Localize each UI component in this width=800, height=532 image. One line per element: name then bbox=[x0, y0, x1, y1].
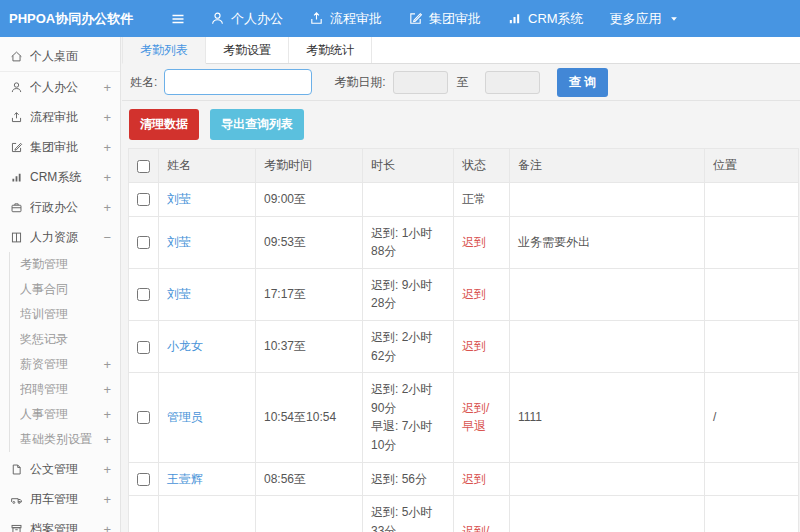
duration-text: 迟到: 56分 bbox=[363, 462, 454, 496]
nav-personal-office[interactable]: 个人办公 bbox=[210, 10, 283, 28]
sidebar-item-document-management[interactable]: 公文管理 + bbox=[0, 454, 120, 484]
nav-workflow-approval[interactable]: 流程审批 bbox=[309, 10, 382, 28]
select-all-checkbox[interactable] bbox=[137, 160, 150, 173]
date-from-input[interactable] bbox=[393, 71, 448, 94]
employee-name-link[interactable]: 刘莹 bbox=[167, 287, 191, 301]
employee-name-link[interactable]: 刘莹 bbox=[167, 235, 191, 249]
duration-text: 迟到: 5小时33分 早退: 4小时67分 bbox=[363, 496, 454, 532]
nav-group-approval[interactable]: 集团审批 bbox=[408, 10, 481, 28]
header-location: 位置 bbox=[705, 149, 799, 183]
row-checkbox[interactable] bbox=[137, 341, 150, 354]
person-icon bbox=[10, 81, 23, 94]
expand-toggle-icon[interactable]: + bbox=[101, 407, 111, 422]
app-logo[interactable]: PHPOA协同办公软件 bbox=[0, 10, 122, 28]
sidebar-submenu: 考勤管理 人事合同 培训管理 奖惩记录 薪资管理 + 招聘管理 + 人事管理 +… bbox=[9, 252, 120, 452]
expand-toggle-icon[interactable]: + bbox=[101, 170, 111, 185]
date-label: 考勤日期: bbox=[334, 74, 385, 91]
expand-toggle-icon[interactable]: + bbox=[101, 492, 111, 507]
remark-text: 1111 bbox=[510, 373, 705, 462]
employee-name-link[interactable]: 管理员 bbox=[167, 410, 203, 424]
status-text: 正常 bbox=[462, 192, 486, 206]
expand-toggle-icon[interactable]: + bbox=[101, 382, 111, 397]
sidebar-item-personal-desktop[interactable]: 个人桌面 bbox=[0, 42, 120, 72]
sidebar-item-vehicle-management[interactable]: 用车管理 + bbox=[0, 484, 120, 514]
expand-toggle-icon[interactable]: + bbox=[101, 140, 111, 155]
employee-name-link[interactable]: 小龙女 bbox=[167, 339, 203, 353]
sidebar: 个人桌面 个人办公 + 流程审批 + 集团审批 + CRM系统 + 行政办公 +… bbox=[0, 37, 121, 532]
employee-name-link[interactable]: 刘莹 bbox=[167, 192, 191, 206]
remark-text bbox=[510, 462, 705, 496]
book-icon bbox=[10, 231, 23, 244]
caret-down-icon bbox=[668, 13, 680, 25]
expand-toggle-icon[interactable]: + bbox=[101, 522, 111, 532]
clear-data-button[interactable]: 清理数据 bbox=[129, 109, 199, 140]
header-time: 考勤时间 bbox=[256, 149, 363, 183]
tab-attendance-settings[interactable]: 考勤设置 bbox=[206, 37, 289, 63]
sidebar-subitem-salary-management[interactable]: 薪资管理 + bbox=[10, 352, 120, 377]
sidebar-subitem-attendance-management[interactable]: 考勤管理 bbox=[10, 252, 120, 277]
name-input[interactable] bbox=[164, 69, 312, 95]
attendance-time: 08:56至 bbox=[256, 462, 363, 496]
sidebar-item-archive-management[interactable]: 档案管理 + bbox=[0, 514, 120, 532]
location-text bbox=[705, 462, 799, 496]
sidebar-subitem-basic-category-settings[interactable]: 基础类别设置 + bbox=[10, 427, 120, 452]
table-row: 刘莹 17:17至 迟到: 9小时28分 迟到 bbox=[129, 268, 799, 320]
chart-icon bbox=[507, 11, 522, 26]
share-icon bbox=[10, 111, 23, 124]
status-text: 迟到 bbox=[462, 235, 486, 249]
status-text: 迟到 bbox=[462, 287, 486, 301]
sidebar-item-admin-office[interactable]: 行政办公 + bbox=[0, 192, 120, 222]
status-text: 迟到/早退 bbox=[462, 401, 489, 434]
row-checkbox[interactable] bbox=[137, 473, 150, 486]
export-list-button[interactable]: 导出查询列表 bbox=[210, 109, 304, 140]
expand-toggle-icon[interactable]: + bbox=[101, 110, 111, 125]
main-content: 考勤列表 考勤设置 考勤统计 姓名: 考勤日期: 至 查 询 清理数据 导出查询… bbox=[122, 37, 800, 532]
expand-toggle-icon[interactable]: + bbox=[101, 462, 111, 477]
date-to-input[interactable] bbox=[485, 71, 540, 94]
row-checkbox[interactable] bbox=[137, 236, 150, 249]
sidebar-subitem-training-management[interactable]: 培训管理 bbox=[10, 302, 120, 327]
filter-bar: 姓名: 考勤日期: 至 查 询 bbox=[122, 64, 800, 101]
header-name: 姓名 bbox=[159, 149, 256, 183]
attendance-time: 09:53至 bbox=[256, 216, 363, 268]
tab-attendance-list[interactable]: 考勤列表 bbox=[122, 37, 206, 64]
search-button[interactable]: 查 询 bbox=[557, 68, 608, 97]
row-checkbox[interactable] bbox=[137, 193, 150, 206]
sidebar-item-personal-office[interactable]: 个人办公 + bbox=[0, 72, 120, 102]
employee-name-link[interactable]: 王壹辉 bbox=[167, 472, 203, 486]
row-checkbox[interactable] bbox=[137, 411, 150, 424]
sidebar-item-crm-system[interactable]: CRM系统 + bbox=[0, 162, 120, 192]
chart-icon bbox=[10, 171, 23, 184]
expand-toggle-icon[interactable]: + bbox=[101, 200, 111, 215]
sidebar-item-group-approval[interactable]: 集团审批 + bbox=[0, 132, 120, 162]
to-label: 至 bbox=[457, 74, 469, 91]
share-icon bbox=[309, 11, 324, 26]
row-checkbox[interactable] bbox=[137, 288, 150, 301]
remark-text bbox=[510, 183, 705, 217]
tab-attendance-statistics[interactable]: 考勤统计 bbox=[289, 37, 372, 63]
attendance-time: 09:00至 bbox=[256, 183, 363, 217]
table-row: 小龙女 10:37至 迟到: 2小时62分 迟到 bbox=[129, 320, 799, 372]
nav-crm-system[interactable]: CRM系统 bbox=[507, 10, 584, 28]
expand-toggle-icon[interactable]: + bbox=[101, 432, 111, 447]
remark-text bbox=[510, 320, 705, 372]
expand-toggle-icon[interactable]: − bbox=[101, 230, 111, 245]
sidebar-subitem-personnel-management[interactable]: 人事管理 + bbox=[10, 402, 120, 427]
sidebar-subitem-recruitment-management[interactable]: 招聘管理 + bbox=[10, 377, 120, 402]
header-status: 状态 bbox=[454, 149, 510, 183]
sidebar-item-workflow-approval[interactable]: 流程审批 + bbox=[0, 102, 120, 132]
sidebar-subitem-reward-punishment-records[interactable]: 奖惩记录 bbox=[10, 327, 120, 352]
nav-more-apps[interactable]: 更多应用 bbox=[610, 10, 680, 28]
sidebar-subitem-personnel-contract[interactable]: 人事合同 bbox=[10, 277, 120, 302]
menu-toggle-icon[interactable] bbox=[170, 11, 186, 27]
sidebar-item-human-resources[interactable]: 人力资源 − bbox=[0, 222, 120, 252]
location-text: / bbox=[705, 373, 799, 462]
action-bar: 清理数据 导出查询列表 bbox=[122, 101, 800, 148]
edit-icon bbox=[10, 141, 23, 154]
table-header-row: 姓名 考勤时间 时长 状态 备注 位置 bbox=[129, 149, 799, 183]
briefcase-icon bbox=[10, 201, 23, 214]
expand-toggle-icon[interactable]: + bbox=[101, 357, 111, 372]
archive-icon bbox=[10, 523, 23, 532]
location-text bbox=[705, 268, 799, 320]
expand-toggle-icon[interactable]: + bbox=[101, 80, 111, 95]
